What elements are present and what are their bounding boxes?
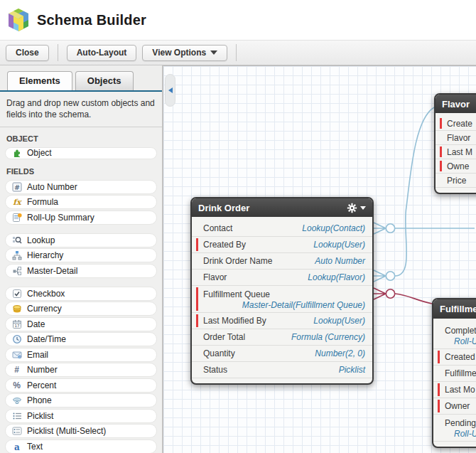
sidebar-item-label: Text	[27, 442, 43, 452]
field-name: Owner	[445, 401, 470, 411]
field-row[interactable]: Created By Lookup(User)	[192, 237, 372, 253]
tab-elements[interactable]: Elements	[7, 71, 72, 90]
field-row[interactable]: Owner	[433, 398, 476, 415]
sidebar-item-percent[interactable]: % Percent	[5, 378, 157, 393]
sidebar-item-label: Date/Time	[27, 334, 66, 344]
hierarchy-icon	[11, 250, 22, 261]
sidebar-item-label: Currency	[27, 304, 62, 314]
schema-canvas[interactable]: Drink Order	[163, 65, 476, 453]
percent-icon: %	[11, 380, 22, 390]
field-row[interactable]: Status Picklist	[192, 362, 372, 378]
field-row[interactable]: Flavor	[436, 131, 476, 145]
auto-layout-button[interactable]: Auto-Layout	[67, 45, 137, 61]
object-title: Fulfillment	[440, 304, 476, 314]
required-marker	[440, 161, 442, 171]
datetime-icon	[11, 334, 22, 345]
section-title-object: OBJECT	[0, 127, 162, 146]
sidebar-item-master-detail[interactable]: Master-Detail	[5, 264, 157, 278]
object-header[interactable]: Drink Order	[192, 198, 372, 217]
sidebar-item-text[interactable]: a Text	[5, 439, 157, 453]
sidebar-item-date[interactable]: 17 Date	[5, 317, 157, 331]
field-type: Roll-U	[445, 336, 476, 346]
sidebar-item-email[interactable]: @ Email	[5, 348, 157, 362]
sidebar-description: Drag and drop new custom objects and fie…	[0, 92, 162, 127]
sidebar-item-picklist-multi[interactable]: Picklist (Multi-Select)	[5, 424, 157, 438]
lookup-icon	[11, 235, 22, 245]
field-row[interactable]: Drink Order Name Auto Number	[192, 253, 372, 270]
object-header[interactable]: Fulfillment	[433, 299, 476, 319]
auto-number-icon: #	[11, 181, 22, 192]
field-name: Created By	[203, 240, 246, 250]
section-title-fields: FIELDS	[0, 160, 162, 178]
sidebar-collapse-handle[interactable]	[165, 74, 175, 107]
field-name: Complete	[445, 326, 476, 336]
field-row[interactable]: Flavor Lookup(Flavor)	[192, 270, 372, 286]
collapse-left-icon	[168, 87, 173, 93]
field-row[interactable]: Created	[433, 349, 476, 366]
view-options-button[interactable]: View Options	[142, 45, 227, 61]
sidebar-item-label: Phone	[27, 395, 52, 405]
field-row[interactable]: Order Total Formula (Currency)	[192, 329, 372, 346]
field-row[interactable]: Last M	[436, 145, 476, 159]
sidebar-item-object[interactable]: Object	[5, 147, 157, 159]
page-title: Schema Builder	[37, 12, 146, 28]
required-marker	[438, 351, 440, 363]
sidebar-item-label: Percent	[27, 380, 56, 390]
sidebar-item-number[interactable]: # Number	[5, 363, 157, 377]
object-settings-menu[interactable]	[347, 203, 366, 213]
tab-objects[interactable]: Objects	[75, 71, 134, 90]
field-name: Order Total	[203, 332, 245, 342]
field-type: Formula (Currency)	[291, 332, 365, 342]
sidebar-item-label: Lookup	[27, 235, 55, 245]
svg-text:#: #	[14, 183, 20, 191]
field-row[interactable]: Create	[436, 117, 476, 131]
field-type: Auto Number	[315, 256, 365, 266]
field-name: Flavor	[203, 272, 227, 282]
field-group: Checkbox Currency	[0, 285, 162, 453]
date-icon: 17	[11, 319, 22, 329]
svg-text:fx: fx	[13, 198, 22, 207]
field-name: Fulfillment Queue	[203, 289, 270, 299]
chevron-down-icon	[360, 206, 366, 210]
field-name: Quantity	[203, 348, 235, 358]
object-header[interactable]: Flavor	[436, 95, 476, 113]
field-row[interactable]: Complete Roll-U	[433, 322, 476, 349]
field-row[interactable]: Fulfillme	[433, 366, 476, 382]
schema-object-fulfillment[interactable]: Fulfillment Complete Roll-U Created Fulf…	[432, 298, 476, 448]
field-row[interactable]: Contact Lookup(Contact)	[192, 220, 372, 237]
field-row[interactable]: Quantity Number(2, 0)	[192, 346, 372, 362]
sidebar-item-checkbox[interactable]: Checkbox	[5, 287, 157, 301]
view-options-button-label: View Options	[152, 48, 206, 58]
field-row[interactable]: Fulfillment Queue Master-Detail(Fulfillm…	[192, 286, 372, 313]
sidebar-item-picklist[interactable]: Picklist	[5, 409, 157, 423]
lookup-contact-connector	[374, 223, 475, 234]
schema-object-flavor[interactable]: Flavor Create Flavor Last M	[434, 93, 476, 194]
field-name: Price	[447, 176, 466, 186]
field-row[interactable]: Last Modified By Lookup(User)	[192, 313, 372, 329]
sidebar-item-currency[interactable]: Currency	[5, 302, 157, 316]
sidebar-item-formula[interactable]: fx Formula	[5, 195, 157, 209]
field-row[interactable]: Pending Roll-U	[433, 415, 476, 442]
close-button[interactable]: Close	[6, 45, 49, 61]
field-row[interactable]: Last Mo	[433, 382, 476, 398]
field-row[interactable]: Price	[436, 174, 476, 188]
sidebar-item-auto-number[interactable]: # Auto Number	[5, 180, 157, 194]
field-name: Last Mo	[445, 385, 475, 395]
svg-text:@: @	[18, 355, 21, 358]
toolbar-divider	[236, 44, 237, 61]
sidebar-item-lookup[interactable]: Lookup	[5, 233, 157, 247]
field-name: Drink Order Name	[203, 256, 272, 266]
sidebar-item-datetime[interactable]: Date/Time	[5, 332, 157, 346]
svg-text:a: a	[14, 442, 20, 452]
sidebar-item-phone[interactable]: Phone	[5, 393, 157, 407]
sidebar-item-rollup-summary[interactable]: Roll-Up Summary	[5, 210, 157, 225]
formula-icon: fx	[11, 197, 22, 208]
field-row[interactable]: Owne	[436, 159, 476, 174]
schema-object-drink-order[interactable]: Drink Order	[190, 197, 374, 385]
field-type: Lookup(User)	[313, 240, 365, 250]
rollup-summary-icon	[11, 212, 22, 223]
field-name: Pending	[445, 418, 476, 428]
field-name: Last M	[447, 147, 472, 157]
field-name: Status	[203, 365, 227, 375]
sidebar-item-hierarchy[interactable]: Hierarchy	[5, 248, 157, 262]
